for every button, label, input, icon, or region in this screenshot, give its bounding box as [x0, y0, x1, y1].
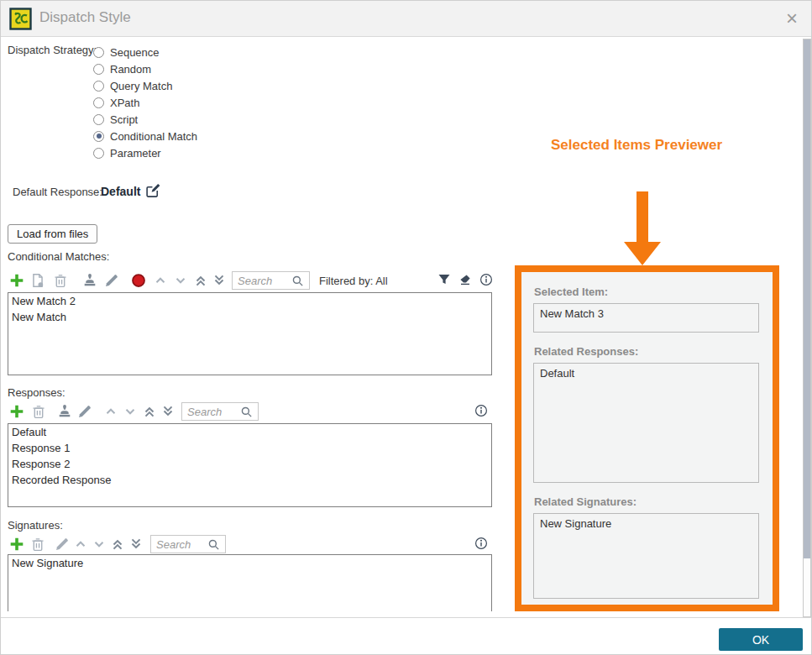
list-item[interactable]: Response 1 [8, 440, 491, 456]
signatures-toolbar [9, 535, 226, 553]
responses-list[interactable]: Default Response 1 Response 2 Recorded R… [8, 423, 492, 507]
delete-icon[interactable] [53, 273, 68, 288]
move-top-icon[interactable] [110, 537, 125, 552]
search-icon [240, 406, 253, 418]
stamp-icon[interactable] [82, 273, 97, 288]
search-icon [291, 275, 304, 287]
move-down-icon[interactable] [173, 273, 188, 288]
selected-item-label: Selected Item: [534, 286, 608, 298]
record-icon[interactable] [131, 273, 146, 288]
add-icon[interactable] [9, 404, 24, 419]
radio-xpath[interactable]: XPath [93, 95, 197, 110]
vertical-scrollbar[interactable] [803, 39, 811, 617]
related-responses-box: Default [533, 363, 759, 483]
delete-icon[interactable] [31, 404, 46, 419]
stamp-icon[interactable] [57, 404, 72, 419]
dispatch-style-dialog: Dispatch Style × Dispatch Strategy: Sequ… [0, 0, 812, 655]
search-input[interactable] [156, 538, 207, 551]
list-item[interactable]: Response 2 [8, 456, 491, 472]
add-icon[interactable] [9, 537, 24, 552]
window-title: Dispatch Style [39, 9, 131, 26]
search-input[interactable] [187, 406, 240, 418]
info-icon[interactable] [479, 273, 493, 286]
radio-query-match[interactable]: Query Match [93, 78, 197, 93]
responses-search[interactable] [181, 402, 259, 421]
add-icon[interactable] [9, 273, 24, 288]
radio-circle-icon[interactable] [93, 97, 104, 108]
search-icon [207, 538, 220, 551]
move-bottom-icon[interactable] [212, 273, 227, 288]
scrollbar-thumb[interactable] [804, 39, 810, 558]
related-signatures-box: New Signature [533, 513, 759, 599]
radio-random[interactable]: Random [93, 61, 197, 76]
info-icon[interactable] [474, 537, 488, 550]
responses-toolbar [9, 402, 259, 421]
list-item[interactable]: New Match [8, 309, 491, 325]
radio-circle-icon[interactable] [93, 131, 104, 142]
edit-icon[interactable] [55, 537, 70, 552]
signatures-list[interactable]: New Signature [8, 554, 492, 611]
annotation-arrow-shaft [637, 191, 648, 243]
move-top-icon[interactable] [142, 404, 157, 419]
conditional-matches-label: Conditional Matches: [8, 250, 109, 263]
selected-items-previewer-panel: Selected Item: New Match 3 Related Respo… [515, 265, 779, 611]
radio-sequence[interactable]: Sequence [93, 45, 197, 60]
delete-icon[interactable] [30, 537, 45, 552]
responses-label: Responses: [8, 386, 65, 399]
radio-parameter[interactable]: Parameter [93, 145, 197, 160]
previewer-annotation: Selected Items Previewer [551, 137, 722, 154]
move-up-icon[interactable] [73, 537, 88, 552]
annotation-arrow-icon [624, 242, 661, 265]
edit-icon[interactable] [77, 404, 92, 419]
radio-circle-icon[interactable] [93, 81, 104, 92]
radio-circle-icon[interactable] [93, 148, 104, 159]
title-bar: Dispatch Style × [1, 1, 811, 37]
move-up-icon[interactable] [103, 404, 118, 419]
conditional-matches-filter-tools [437, 273, 493, 286]
footer-divider [1, 617, 811, 618]
edit-default-response-icon[interactable] [145, 182, 161, 198]
filtered-by-label: Filtered by: All [319, 275, 388, 287]
move-bottom-icon[interactable] [128, 537, 144, 552]
conditional-matches-toolbar: Filtered by: All [9, 271, 388, 290]
radio-script[interactable]: Script [93, 112, 197, 127]
info-icon[interactable] [474, 404, 488, 417]
radio-conditional-match[interactable]: Conditional Match [93, 128, 197, 144]
signatures-search[interactable] [150, 535, 226, 553]
list-item[interactable]: New Signature [8, 555, 491, 571]
clear-filter-icon[interactable] [458, 273, 472, 286]
dispatch-strategy-label: Dispatch Strategy: [8, 44, 97, 56]
close-icon[interactable]: × [779, 6, 804, 31]
move-down-icon[interactable] [92, 537, 107, 552]
radio-circle-icon[interactable] [93, 114, 104, 125]
search-input[interactable] [238, 275, 291, 287]
move-bottom-icon[interactable] [160, 404, 175, 419]
radio-circle-icon[interactable] [93, 64, 104, 75]
list-item[interactable]: Default [8, 424, 491, 440]
list-item[interactable]: New Match 2 [8, 293, 491, 309]
radio-circle-icon[interactable] [93, 47, 104, 58]
related-responses-label: Related Responses: [534, 345, 638, 358]
dispatch-strategy-group: Sequence Random Query Match XPath Script… [93, 45, 197, 160]
signatures-label: Signatures: [8, 519, 63, 532]
conditional-matches-search[interactable] [232, 271, 310, 290]
move-top-icon[interactable] [193, 273, 208, 288]
move-up-icon[interactable] [153, 273, 168, 288]
default-response-label: Default Response: [13, 186, 102, 198]
conditional-matches-list[interactable]: New Match 2 New Match [8, 292, 492, 375]
copy-icon[interactable] [30, 273, 45, 288]
app-logo-icon [9, 8, 32, 30]
ok-button[interactable]: OK [719, 628, 803, 651]
list-item[interactable]: Recorded Response [8, 472, 491, 488]
filter-icon[interactable] [437, 273, 451, 286]
move-down-icon[interactable] [123, 404, 138, 419]
selected-item-box: New Match 3 [533, 303, 759, 333]
edit-icon[interactable] [104, 273, 119, 288]
load-from-files-button[interactable]: Load from files [8, 224, 97, 244]
related-signatures-label: Related Signatures: [534, 495, 637, 508]
default-response-value: Default [101, 185, 140, 198]
